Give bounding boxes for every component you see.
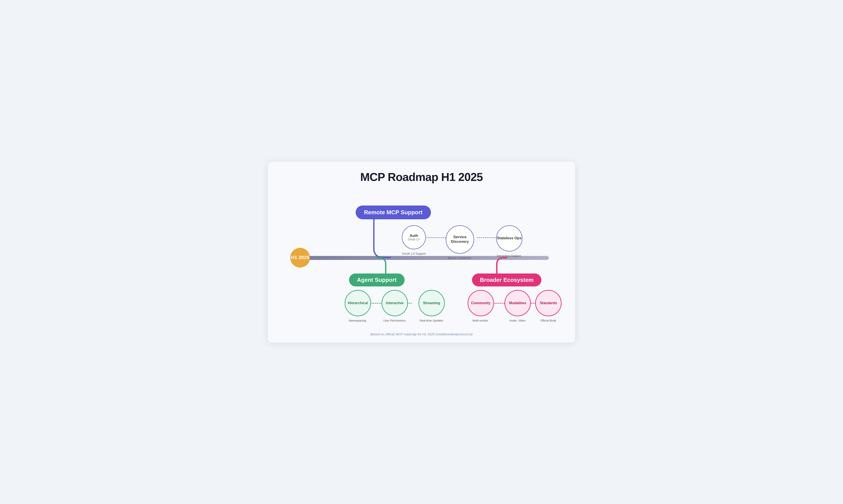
dashed-line-auth-service: [426, 237, 446, 238]
eco-dashed-1: [494, 303, 505, 304]
agent-curve: [375, 257, 386, 274]
diagram: H1 2025 Remote MCP Support Auth OAuth 2.…: [281, 192, 562, 328]
slide: MCP Roadmap H1 2025 H1 2025 Remote MCP S…: [268, 162, 575, 343]
auth-circle: Auth OAuth 2.0: [402, 225, 426, 249]
hierarchical-circle: Hierarchical: [345, 290, 371, 316]
interactive-sublabel: User Permissions: [380, 319, 409, 322]
interactive-circle: Interactive: [381, 290, 408, 316]
auth-sublabel: OAuth 2.0 Support: [401, 252, 427, 255]
dashed-line-service-stateless: [477, 237, 497, 238]
service-discovery-circle: Service Discovery: [446, 225, 474, 254]
streaming-circle: Streaming: [418, 290, 445, 316]
community-circle: Community: [468, 290, 494, 316]
footer-note: Based on official MCP roadmap for H1 202…: [281, 332, 562, 336]
agent-dashed-1: [372, 303, 382, 304]
standards-circle: Standards: [535, 290, 562, 316]
agent-support-label: Agent Support: [349, 273, 405, 286]
broader-ecosystem-label: Broader Ecosystem: [472, 273, 541, 286]
standards-sublabel: Official Body: [534, 319, 563, 322]
page-title: MCP Roadmap H1 2025: [281, 170, 562, 184]
remote-mcp-label: Remote MCP Support: [356, 205, 431, 219]
stateless-circle: Stateless Ops: [496, 225, 522, 252]
hierarchical-sublabel: Namespacing: [344, 319, 371, 322]
stateless-sublabel: Serverless Support: [496, 254, 522, 257]
streaming-sublabel: Real-time Updates: [417, 319, 446, 322]
service-sublabel: Server Connection: [445, 256, 474, 260]
community-sublabel: Multi-vendor: [467, 319, 494, 322]
modalities-circle: Modalities: [504, 290, 531, 316]
modalities-sublabel: Audio, Video: [503, 319, 532, 322]
h1-circle: H1 2025: [290, 248, 310, 268]
ecosystem-curve: [496, 257, 507, 274]
